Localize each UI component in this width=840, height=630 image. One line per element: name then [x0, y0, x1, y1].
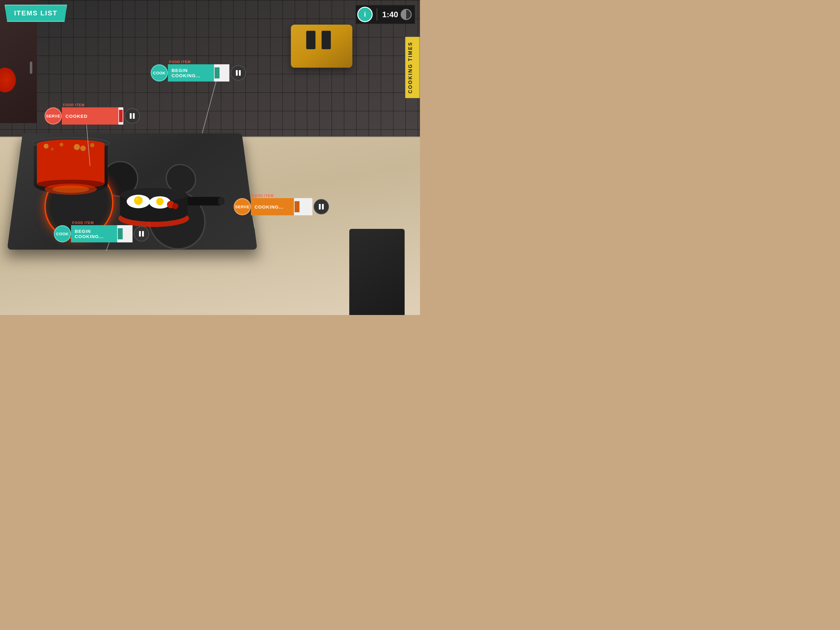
- food-card-3-row: COOK BEGIN COOKING...: [54, 225, 149, 242]
- food-card-2-row: SERVE COOKED: [44, 108, 140, 125]
- progress-indicator-2: [119, 110, 123, 122]
- food-card-4-row: SERVE COOKING...: [234, 198, 329, 215]
- food-card-1: FOOD ITEM COOK BEGIN COOKING...: [151, 60, 246, 82]
- pause-bar-4b: [322, 204, 324, 209]
- pause-button-2[interactable]: [125, 108, 140, 123]
- pause-button-1[interactable]: [231, 65, 246, 81]
- toaster: [291, 25, 358, 80]
- progress-indicator-3: [118, 228, 123, 239]
- svg-point-22: [156, 198, 164, 205]
- pause-icon-4: [319, 204, 324, 209]
- svg-point-20: [136, 198, 138, 201]
- progress-fill-2: COOKED: [62, 108, 118, 125]
- cooking-times-label: COOKING TIMES: [408, 41, 413, 93]
- svg-point-8: [74, 144, 80, 150]
- svg-rect-26: [218, 198, 224, 204]
- pot-svg: [25, 111, 117, 203]
- pause-bar-4a: [319, 204, 321, 209]
- toaster-body: [291, 25, 352, 68]
- cabinet-handle: [30, 62, 32, 74]
- svg-point-9: [90, 143, 95, 147]
- svg-point-13: [52, 185, 89, 193]
- food-card-4-label: FOOD ITEM: [252, 194, 329, 198]
- pause-bar-2b: [133, 113, 135, 119]
- oven: [349, 229, 405, 315]
- svg-point-24: [172, 203, 178, 209]
- info-button[interactable]: i: [357, 7, 373, 22]
- svg-point-7: [60, 143, 63, 146]
- items-list-label: ITEMS LIST: [14, 9, 57, 17]
- pause-button-4[interactable]: [314, 199, 329, 214]
- pause-icon-2: [130, 113, 135, 119]
- progress-fill-1: BEGIN COOKING...: [168, 64, 214, 82]
- food-card-3: FOOD ITEM COOK BEGIN COOKING...: [54, 221, 149, 242]
- progress-bar-4: COOKING...: [251, 198, 313, 215]
- pause-bar-1b: [239, 70, 241, 76]
- timer-icon: [401, 9, 412, 20]
- svg-point-19: [134, 196, 143, 205]
- svg-point-10: [51, 148, 54, 151]
- food-card-4: FOOD ITEM SERVE COOKING...: [234, 194, 329, 215]
- progress-bar-1: BEGIN COOKING...: [168, 64, 229, 82]
- pause-bar-3a: [139, 231, 141, 237]
- pause-icon-1: [236, 70, 241, 76]
- toaster-slot-1: [306, 31, 316, 49]
- cook-button-3[interactable]: COOK: [54, 225, 71, 242]
- pause-bar-1a: [236, 70, 238, 76]
- timer-divider: [377, 8, 377, 21]
- items-list-button[interactable]: ITEMS LIST: [5, 5, 67, 22]
- progress-bar-3: BEGIN COOKING...: [71, 225, 133, 242]
- toaster-slot-2: [322, 31, 331, 49]
- svg-point-11: [80, 146, 86, 151]
- cook-button-1[interactable]: COOK: [151, 64, 168, 82]
- serve-button-2[interactable]: SERVE: [44, 108, 62, 125]
- svg-point-6: [44, 144, 49, 149]
- progress-indicator-4: [295, 201, 300, 212]
- progress-bar-2: COOKED: [62, 108, 123, 125]
- food-card-3-label: FOOD ITEM: [72, 221, 149, 225]
- food-card-1-row: COOK BEGIN COOKING...: [151, 64, 246, 82]
- pause-icon-3: [139, 231, 144, 237]
- timer-area: i 1:40: [355, 5, 415, 24]
- progress-fill-3: BEGIN COOKING...: [71, 225, 117, 242]
- food-card-1-label: FOOD ITEM: [169, 60, 246, 64]
- timer-display: 1:40: [380, 10, 401, 19]
- food-card-2-label: FOOD ITEM: [63, 103, 140, 107]
- svg-rect-4: [37, 144, 104, 184]
- svg-rect-25: [188, 197, 221, 206]
- pause-bar-2a: [130, 113, 132, 119]
- pot-area: [25, 111, 117, 203]
- food-card-2: FOOD ITEM SERVE COOKED: [44, 103, 140, 125]
- progress-fill-4: COOKING...: [251, 198, 294, 215]
- cooking-times-sidebar[interactable]: COOKING TIMES: [405, 37, 420, 98]
- pause-bar-3b: [142, 231, 144, 237]
- serve-button-4[interactable]: SERVE: [234, 198, 251, 215]
- progress-indicator-1: [215, 67, 219, 78]
- pause-button-3[interactable]: [134, 226, 149, 242]
